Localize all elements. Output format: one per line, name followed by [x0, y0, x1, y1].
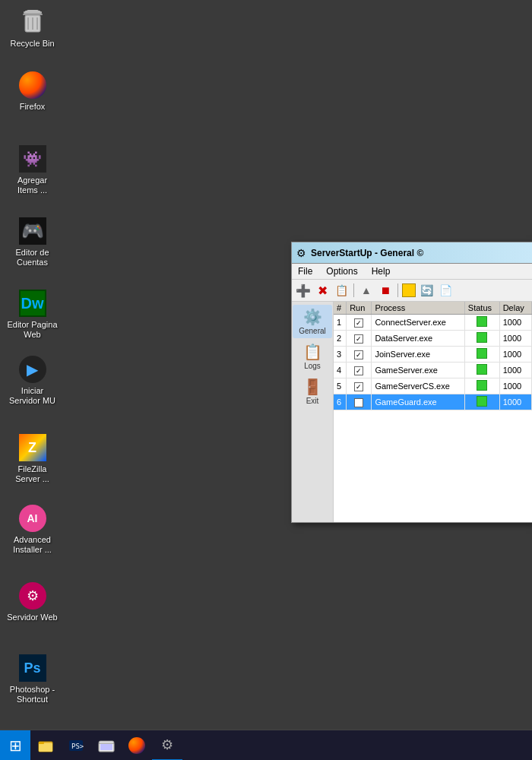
cell-run[interactable]: ✓	[347, 363, 372, 378]
run-checkbox[interactable]: ✓	[354, 366, 363, 375]
desktop-icon-photoshop[interactable]: Ps Photoshop -Shortcut	[4, 650, 61, 708]
window-icon: ⚙	[296, 247, 306, 259]
cell-num: 6	[334, 394, 347, 410]
cell-status	[464, 347, 499, 363]
logs-label: Logs	[304, 362, 321, 370]
start-button[interactable]: ⊞	[0, 730, 30, 761]
toolbar-page-button[interactable]: 📄	[437, 282, 454, 299]
toolbar-up-button[interactable]: ▲	[358, 282, 375, 299]
sidebar-logs[interactable]: 📋 Logs	[293, 340, 332, 373]
windows-logo-icon: ⊞	[9, 736, 22, 755]
taskbar-file-explorer[interactable]	[30, 730, 61, 761]
toolbar-yellow-button[interactable]	[402, 283, 416, 297]
status-indicator	[477, 396, 487, 407]
window-sidebar: ⚙️ General 📋 Logs 🚪 Exit	[292, 302, 334, 522]
cell-num: 4	[334, 363, 347, 378]
iniciar-servidor-label: IniciarServidor MU	[9, 386, 55, 406]
editor-pagina-label: Editor PaginaWeb	[7, 320, 57, 340]
cell-delay: 1000	[499, 347, 531, 363]
recycle-bin-label: Recycle Bin	[10, 39, 54, 49]
cell-process: GameServer.exe	[372, 363, 464, 378]
desktop-icon-servidor-web[interactable]: ⚙ Servidor Web	[4, 578, 61, 625]
editor-pagina-icon: Dw	[17, 288, 48, 318]
cell-process: ConnectServer.exe	[372, 315, 464, 331]
toolbar-refresh-button[interactable]: 🔄	[418, 282, 435, 299]
cell-run[interactable]: ✓	[347, 315, 372, 331]
exit-label: Exit	[306, 397, 319, 405]
status-indicator	[477, 364, 487, 375]
advanced-installer-label: AdvancedInstaller ...	[13, 535, 52, 555]
desktop-icon-filezilla[interactable]: Z FileZillaServer ...	[4, 429, 61, 487]
desktop-icon-agregar-items[interactable]: 👾 Agregar Items ...	[4, 141, 61, 198]
status-indicator	[477, 380, 487, 391]
desktop-icon-editor-cuentas[interactable]: 🎮 Editor deCuentas	[4, 213, 61, 271]
cell-status	[464, 378, 499, 394]
sidebar-general[interactable]: ⚙️ General	[293, 305, 332, 338]
col-header-process: Process	[372, 302, 464, 315]
desktop-icon-recycle-bin[interactable]: Recycle Bin	[4, 4, 61, 52]
general-icon: ⚙️	[303, 308, 322, 326]
run-checkbox[interactable]: ✓	[354, 334, 363, 344]
menu-options[interactable]: Options	[323, 265, 360, 277]
table-row[interactable]: 2✓DataServer.exe1000	[334, 331, 532, 347]
toolbar-down-button[interactable]: ⏹	[377, 282, 394, 299]
window-title: ServerStartUp - General ©	[311, 248, 527, 258]
cell-status	[464, 363, 499, 378]
run-checkbox[interactable]: ✓	[354, 398, 363, 407]
cell-run[interactable]: ✓	[347, 394, 372, 410]
col-header-status: Status	[464, 302, 499, 315]
cell-delay: 1000	[499, 363, 531, 378]
toolbar-copy-button[interactable]: 📋	[333, 282, 350, 299]
firefox-label: Firefox	[20, 102, 46, 112]
table-row[interactable]: 5✓GameServerCS.exe1000	[334, 378, 532, 394]
exit-icon: 🚪	[303, 378, 322, 396]
menu-file[interactable]: File	[295, 265, 315, 277]
table-row[interactable]: 1✓ConnectServer.exe1000	[334, 315, 532, 331]
desktop-icon-iniciar-servidor[interactable]: ▶ IniciarServidor MU	[4, 351, 61, 409]
toolbar-separator-1	[353, 283, 354, 297]
table-header-row: # Run Process Status Delay	[334, 302, 532, 315]
cell-run[interactable]: ✓	[347, 347, 372, 363]
logs-icon: 📋	[303, 343, 322, 361]
sidebar-exit[interactable]: 🚪 Exit	[293, 375, 332, 408]
toolbar-add-button[interactable]: ➕	[295, 282, 312, 299]
agregar-items-icon: 👾	[17, 144, 48, 174]
filezilla-icon: Z	[17, 432, 48, 463]
general-label: General	[299, 327, 326, 335]
taskbar-settings[interactable]: ⚙	[152, 730, 182, 761]
table-row[interactable]: 3✓JoinServer.exe1000	[334, 347, 532, 363]
window-table-area: # Run Process Status Delay 1✓ConnectServ…	[334, 302, 532, 522]
table-row[interactable]: 6✓GameGuard.exe1000	[334, 394, 532, 410]
toolbar-separator-2	[397, 283, 398, 297]
desktop-icon-editor-pagina[interactable]: Dw Editor PaginaWeb	[4, 285, 61, 343]
run-checkbox[interactable]: ✓	[354, 350, 363, 359]
cell-delay: 1000	[499, 315, 531, 331]
svg-rect-16	[100, 744, 112, 750]
photoshop-icon: Ps	[17, 653, 48, 683]
editor-cuentas-label: Editor deCuentas	[15, 248, 49, 268]
svg-rect-11	[39, 742, 44, 744]
window-menubar: File Options Help	[292, 264, 532, 280]
taskbar-firefox[interactable]	[122, 730, 152, 761]
cell-run[interactable]: ✓	[347, 331, 372, 347]
photoshop-label: Photoshop -Shortcut	[10, 685, 55, 705]
toolbar-delete-button[interactable]: ✖	[314, 282, 331, 299]
desktop-icon-advanced-installer[interactable]: AI AdvancedInstaller ...	[4, 500, 61, 558]
window-titlebar: ⚙ ServerStartUp - General ©	[292, 242, 532, 264]
menu-help[interactable]: Help	[369, 265, 394, 277]
run-checkbox[interactable]: ✓	[354, 382, 363, 391]
status-indicator	[477, 332, 487, 343]
taskbar-terminal[interactable]: PS>	[61, 730, 91, 761]
svg-rect-10	[39, 743, 52, 752]
servidor-web-label: Servidor Web	[7, 613, 57, 622]
cell-process: GameServerCS.exe	[372, 378, 464, 394]
editor-cuentas-icon: 🎮	[17, 216, 48, 246]
desktop-icon-firefox[interactable]: Firefox	[4, 67, 61, 115]
cell-run[interactable]: ✓	[347, 378, 372, 394]
cell-num: 5	[334, 378, 347, 394]
cell-status	[464, 331, 499, 347]
taskbar-folder[interactable]	[91, 730, 122, 761]
status-indicator	[477, 348, 487, 359]
run-checkbox[interactable]: ✓	[354, 318, 363, 328]
table-row[interactable]: 4✓GameServer.exe1000	[334, 363, 532, 378]
